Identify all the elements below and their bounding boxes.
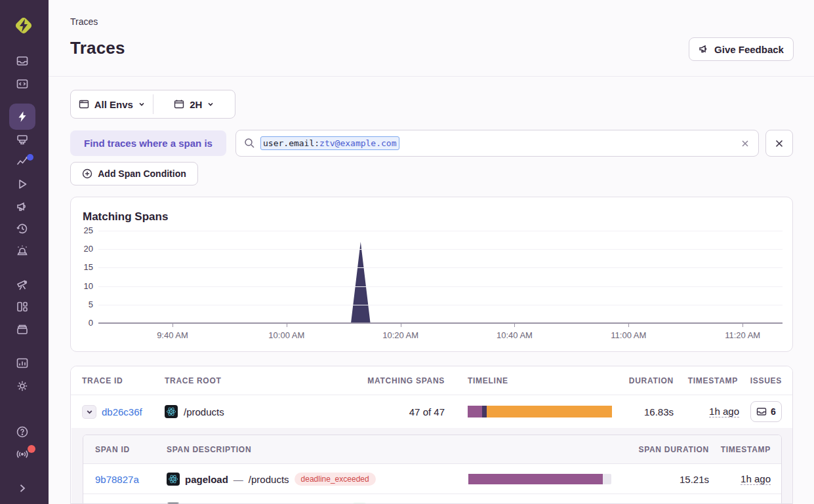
chart-title: Matching Spans [83,210,168,223]
projects-icon[interactable] [16,133,29,146]
timeline-segment-orange [487,406,612,417]
trace-duration: 16.83s [608,395,674,428]
gridline [98,305,783,305]
add-span-condition-button[interactable]: Add Span Condition [70,162,198,185]
matching-spans-panel: Matching Spans 0510152025 9:40 AM10:00 A… [70,197,793,352]
span-id-link[interactable]: b7a7e441 [95,494,139,504]
col-span-description: SPAN DESCRIPTION [167,435,251,464]
alerts-icon[interactable] [16,244,29,258]
x-tick [401,324,401,327]
trace-id-link[interactable]: db26c36f [102,395,142,428]
archive-icon[interactable] [16,323,29,336]
y-tick-label: 5 [76,300,93,309]
trace-row[interactable]: db26c36f /products 47 of 47 16.83s 1h ag… [71,395,792,428]
spans-table-header: SPAN ID SPAN DESCRIPTION SPAN DURATION T… [83,435,781,464]
spans-table: SPAN ID SPAN DESCRIPTION SPAN DURATION T… [83,435,782,504]
collapse-icon[interactable] [16,482,29,495]
issues-count: 6 [771,406,776,417]
gridline [98,267,783,268]
span-timeline-bar [468,474,603,484]
col-timestamp: TIMESTAMP [683,366,738,395]
span-row[interactable]: b7a7e441 py http.server — GET /organizat… [83,494,781,504]
traces-icon [16,110,29,123]
x-tick-label: 11:00 AM [611,330,646,340]
span-timeline-track [468,474,611,484]
col-span-id: SPAN ID [95,435,130,464]
gridline [98,286,783,287]
chevron-down-icon [86,408,93,416]
col-timeline: TIMELINE [468,366,508,395]
replays-icon[interactable] [16,178,29,191]
add-span-condition-label: Add Span Condition [98,168,186,179]
stats-icon[interactable] [16,357,29,370]
x-tick [287,324,287,327]
matching-spans-chart[interactable] [98,231,783,323]
sidebar-item-traces-active[interactable] [9,104,35,130]
trace-issues-button[interactable]: 6 [750,401,782,422]
explore-icon[interactable] [16,77,29,90]
header-divider [49,76,814,77]
y-tick-label: 15 [76,262,93,272]
span-op: pageload [185,474,228,485]
environment-filter[interactable]: All Envs [71,90,153,118]
breadcrumb[interactable]: Traces [70,16,98,27]
col-trace-id: TRACE ID [82,366,123,395]
help-icon[interactable] [16,425,29,438]
issues-icon [756,406,767,417]
span-search-input[interactable]: user.email: ztv@example.com [235,130,759,157]
megaphone-icon [699,44,709,54]
issues-icon[interactable] [16,54,29,68]
calendar-icon [174,99,184,109]
traces-table: TRACE ID TRACE ROOT MATCHING SPANS TIMEL… [70,366,793,504]
span-timestamp[interactable]: 1h ago [716,464,771,494]
search-filter-token[interactable]: user.email: ztv@example.com [260,136,399,150]
dash-separator: — [234,474,243,485]
x-tick-label: 11:20 AM [725,330,760,340]
feedback-icon[interactable] [16,200,29,213]
x-tick [173,324,173,327]
x-tick-label: 10:20 AM [382,330,418,340]
discover-icon[interactable] [16,279,29,292]
settings-icon[interactable] [16,379,29,393]
trace-timestamp[interactable]: 1h ago [683,395,739,428]
y-tick-label: 20 [76,244,93,254]
window-icon [79,99,89,109]
sidebar [0,0,49,504]
token-value: ztv@example.com [319,138,396,148]
give-feedback-button[interactable]: Give Feedback [689,37,794,61]
col-span-duration: SPAN DURATION [630,435,709,464]
history-icon[interactable] [16,222,29,235]
span-timestamp[interactable]: 1h ago [716,494,771,504]
span-duration: 2.00ms [630,494,709,504]
trace-root-label: /products [184,406,224,417]
col-matching-spans: MATCHING SPANS [350,366,445,395]
span-status-badge: deadline_exceeded [295,473,376,486]
clear-search-icon[interactable] [740,138,750,149]
x-tick [514,324,515,327]
sentry-logo[interactable] [11,13,36,38]
x-tick-label: 10:00 AM [268,330,304,340]
react-platform-icon [167,473,180,486]
page-filter-group: All Envs 2H [70,90,235,119]
time-range-filter[interactable]: 2H [153,90,235,118]
plus-circle-icon [82,168,92,179]
boards-icon[interactable] [16,300,29,313]
delete-condition-button[interactable] [765,130,793,157]
span-duration: 15.21s [630,464,709,494]
span-id-link[interactable]: 9b78827a [95,464,139,494]
traces-page: Traces Traces Give Feedback All Envs 2H … [0,0,814,504]
x-tick-label: 10:40 AM [497,330,533,340]
chevron-down-icon [207,101,214,107]
x-tick-label: 9:40 AM [157,330,188,340]
x-tick [743,324,743,327]
react-platform-icon [165,405,178,418]
chevron-down-icon [138,101,145,107]
broadcast-icon[interactable] [16,448,29,461]
collapse-trace-button[interactable] [82,405,96,419]
span-row[interactable]: 9b78827a pageload — /products deadline_e… [83,464,781,494]
gridline [98,249,783,250]
area-series [98,231,783,323]
x-tick [628,324,629,327]
traces-table-header: TRACE ID TRACE ROOT MATCHING SPANS TIMEL… [71,366,792,395]
y-tick-label: 0 [76,318,93,328]
